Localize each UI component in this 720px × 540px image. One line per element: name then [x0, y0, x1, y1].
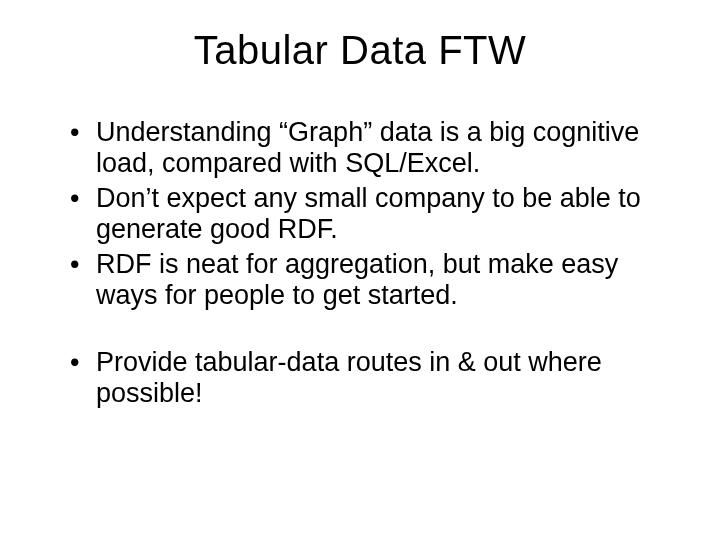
bullet-item: RDF is neat for aggregation, but make ea… — [70, 249, 670, 311]
slide-title: Tabular Data FTW — [50, 28, 670, 73]
bullet-item: Don’t expect any small company to be abl… — [70, 183, 670, 245]
bullet-spacer — [70, 315, 670, 347]
bullet-list: Understanding “Graph” data is a big cogn… — [50, 117, 670, 409]
bullet-item: Understanding “Graph” data is a big cogn… — [70, 117, 670, 179]
bullet-item: Provide tabular-data routes in & out whe… — [70, 347, 670, 409]
